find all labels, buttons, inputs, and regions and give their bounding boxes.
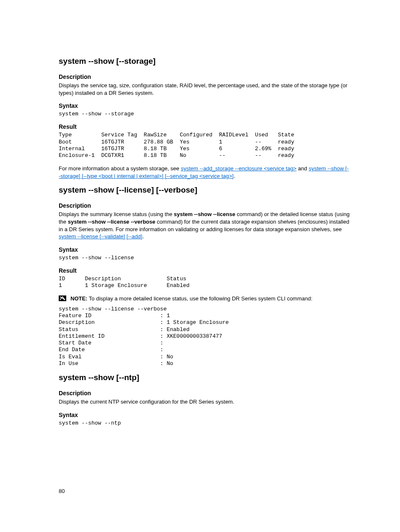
section-heading-license: system --show [--license] [--verbose] bbox=[59, 185, 350, 195]
page-number: 80 bbox=[59, 488, 65, 494]
syntax-code: system --show --license bbox=[59, 255, 350, 261]
more-info-paragraph: For more information about a system stor… bbox=[59, 165, 350, 180]
link-add-storage[interactable]: system --add_storage --enclosure <servic… bbox=[181, 165, 296, 172]
result-code: ID Description Status 1 1 Storage Enclos… bbox=[59, 276, 350, 289]
result-heading: Result bbox=[59, 123, 350, 130]
note-row: NOTE: To display a more detailed license… bbox=[59, 295, 350, 303]
description-body: Displays the service tag, size, configur… bbox=[59, 82, 350, 96]
more-info-end: . bbox=[234, 173, 235, 179]
more-info-text: For more information about a system stor… bbox=[59, 165, 181, 172]
syntax-code: system --show --storage bbox=[59, 111, 350, 117]
syntax-heading: Syntax bbox=[59, 412, 350, 418]
description-body: Displays the summary license status (usi… bbox=[59, 211, 350, 240]
page: system --show [--storage] Description Di… bbox=[0, 0, 400, 532]
link-system-license[interactable]: system --license [--validate] [--add] bbox=[59, 233, 142, 240]
syntax-code: system --show --ntp bbox=[59, 420, 350, 427]
syntax-heading: Syntax bbox=[59, 102, 350, 109]
desc-end: . bbox=[142, 233, 144, 240]
desc-bold-cmd1: system --show --license bbox=[174, 211, 236, 217]
note-icon bbox=[59, 295, 66, 301]
description-heading: Description bbox=[59, 390, 350, 396]
desc-text: Displays the summary license status (usi… bbox=[59, 211, 174, 217]
syntax-heading: Syntax bbox=[59, 246, 350, 253]
desc-bold-cmd2: system --show --license --verbose bbox=[68, 219, 156, 225]
result-heading: Result bbox=[59, 267, 350, 274]
result-code: Type Service Tag RawSize Configured RAID… bbox=[59, 132, 350, 159]
description-heading: Description bbox=[59, 73, 350, 80]
note-label: NOTE: bbox=[70, 295, 87, 302]
section-heading-ntp: system --show [--ntp] bbox=[59, 373, 350, 382]
note-body: To display a more detailed license statu… bbox=[87, 295, 312, 302]
note-text: NOTE: To display a more detailed license… bbox=[70, 295, 312, 303]
more-info-mid: and bbox=[296, 165, 309, 172]
description-body: Displays the current NTP service configu… bbox=[59, 398, 350, 406]
description-heading: Description bbox=[59, 202, 350, 209]
section-heading-storage: system --show [--storage] bbox=[59, 57, 350, 66]
verbose-code: system --show --license --verbose Featur… bbox=[59, 306, 350, 367]
